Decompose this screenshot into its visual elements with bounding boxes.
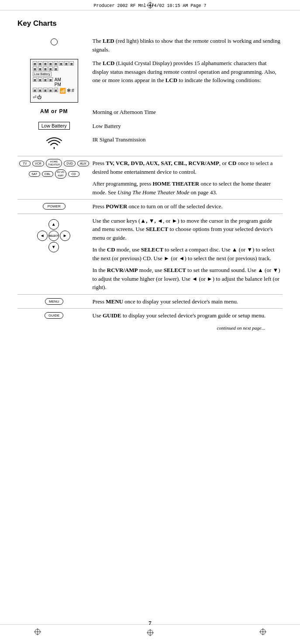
power-icon-cell: POWER — [17, 200, 91, 214]
led-row: The LED (red light) blinks to show that … — [17, 34, 283, 56]
crosshair-icon — [147, 2, 154, 9]
cursor-desc-1: Use the cursor keys (▲, ▼, ◄, or ►) to m… — [93, 217, 281, 242]
power-description: Press POWER once to turn on or off the s… — [91, 200, 283, 214]
guide-icon-cell: GUIDE — [17, 309, 91, 323]
ir-signal-svg — [46, 136, 62, 150]
menu-button[interactable]: MENU — [45, 298, 63, 305]
ir-icon-cell — [17, 133, 91, 156]
lcd-icon-cell: ▦ ▦ ▦ ▦ ▦ ▦ ▦ ▦ ▦ ▦ ▦ ▦ ▦ — [17, 56, 91, 105]
cursor-down-button[interactable]: ▼ — [48, 242, 59, 252]
dvd-button[interactable]: DVD — [64, 161, 76, 166]
device-buttons-group: TV VCR HOMETHEATER DVD AUX SAT CBL RCVRA… — [19, 159, 89, 179]
lcd-label: LCD — [103, 60, 114, 66]
home-theater-label: HOME THEATER — [152, 180, 199, 187]
menu-description: Press MENU once to display your selected… — [91, 294, 283, 309]
devices-desc-2: After programming, press HOME THEATER on… — [93, 179, 281, 196]
lowbattery-description: Low Battery — [91, 119, 283, 133]
home-theater-button[interactable]: HOMETHEATER — [46, 159, 62, 168]
sat-button[interactable]: SAT — [29, 171, 40, 177]
ampm-text: AM or PM — [40, 108, 68, 114]
page-number: 7 — [0, 615, 300, 631]
cursor-empty-1 — [37, 219, 48, 230]
guide-description: Use GUIDE to display your selected devic… — [91, 309, 283, 323]
cursor-keys-label: ▲, ▼, ◄ — [140, 217, 163, 224]
devices-desc-1: Press TV, VCR, DVD, AUX, SAT, CBL, RCVR/… — [93, 159, 281, 176]
select-label-3: SELECT — [164, 267, 186, 273]
cursor-right-button[interactable]: ► — [60, 231, 70, 241]
lcd-row: ▦ ▦ ▦ ▦ ▦ ▦ ▦ ▦ ▦ ▦ ▦ ▦ ▦ — [17, 56, 283, 105]
led-label: LED — [103, 38, 114, 44]
led-icon-cell — [17, 34, 91, 56]
wifi-ir-icon — [46, 136, 62, 153]
guide-button[interactable]: GUIDE — [45, 312, 63, 319]
cursor-description: Use the cursor keys (▲, ▼, ◄, or ►) to m… — [91, 214, 283, 294]
lcd-power-icon: ⏻ — [37, 95, 41, 100]
cursor-empty-2 — [60, 219, 70, 230]
devices-bold-labels: TV, VCR, DVD, AUX, SAT, CBL, RCVR/AMP — [106, 160, 219, 166]
lcd-row-2: ▦ ▦ ▦ ▦ ▦ Low Battery — [33, 66, 76, 76]
devices-icon-cell: TV VCR HOMETHEATER DVD AUX SAT CBL RCVRA… — [17, 156, 91, 200]
device-btn-row-1: TV VCR HOMETHEATER DVD AUX — [19, 159, 89, 168]
lcd-row-3: ▦ ▦ ▦ ▦ AMPM — [33, 77, 76, 87]
lcd-wifi-icon: 📶 — [59, 88, 66, 94]
lcd-asterisk-icon: ✻ — [67, 88, 71, 94]
page-header: Producer 2002 RF Mnl 4/4/02 10:15 AM Pag… — [0, 0, 300, 10]
cursor-empty-3 — [37, 242, 48, 252]
select-button[interactable]: SELECT — [48, 231, 59, 241]
rcvr-mode-label: RCVR/AMP — [107, 267, 138, 273]
menu-label: MENU — [106, 298, 123, 305]
cursor-desc-3: In the RCVR/AMP mode, use SELECT to set … — [93, 266, 281, 292]
guide-label: GUIDE — [103, 312, 121, 319]
lowbattery-icon-cell: Low Battery — [17, 119, 91, 133]
lcd-hash-icon: # — [72, 88, 74, 94]
power-label: POWER — [106, 203, 127, 210]
tv-button[interactable]: TV — [19, 161, 31, 166]
low-battery-lcd-badge: Low Battery — [33, 72, 52, 76]
lcd-row-1: ▦ ▦ ▦ ▦ ▦ ▦ ▦ ▦ — [33, 61, 76, 65]
cursor-left-button[interactable]: ◄ — [37, 231, 48, 241]
cd-mode-label: CD — [107, 246, 115, 253]
cd-button[interactable]: CD — [68, 171, 79, 177]
cbl-button[interactable]: CBL — [42, 171, 53, 177]
home-theater-ref: Using The Home Theater Mode — [117, 189, 190, 196]
page-title: Key Charts — [17, 19, 283, 28]
continued-text: continued on next page... — [17, 325, 283, 331]
aux-button[interactable]: AUX — [77, 161, 89, 166]
key-charts-table: The LED (red light) blinks to show that … — [17, 34, 283, 323]
device-btn-row-2: SAT CBL RCVRAMP CD — [29, 169, 79, 178]
cursor-desc-2: In the CD mode, use SELECT to select a c… — [93, 245, 281, 262]
low-battery-badge: Low Battery — [38, 122, 70, 130]
page-content: Key Charts The LED (red light) blinks to… — [0, 10, 300, 339]
menu-icon-cell: MENU — [17, 294, 91, 309]
menu-row: MENU Press MENU once to display your sel… — [17, 294, 283, 309]
ampm-description: Morning or Afternoon Time — [91, 105, 283, 119]
vcr-button[interactable]: VCR — [32, 161, 44, 166]
ampm-icon-cell: AM or PM — [17, 105, 91, 119]
lcd-description: The LCD (Liquid Crystal Display) provide… — [91, 56, 283, 105]
led-circle-icon — [51, 38, 58, 45]
ampm-row: AM or PM Morning or Afternoon Time — [17, 105, 283, 119]
lcd-return-icon: ⏎ — [33, 95, 36, 100]
bottom-center-crosshair-wrapper — [147, 629, 154, 638]
power-row: POWER Press POWER once to turn on or off… — [17, 200, 283, 214]
cursor-row: ▲ ◄ SELECT ► ▼ Use the cursor keys (▲, ▼… — [17, 214, 283, 294]
cursor-icon-cell: ▲ ◄ SELECT ► ▼ — [17, 214, 91, 294]
ir-row: IR Signal Transmission — [17, 133, 283, 156]
lcd-display-icon: ▦ ▦ ▦ ▦ ▦ ▦ ▦ ▦ ▦ ▦ ▦ ▦ ▦ — [30, 59, 78, 103]
lcd-label2: LCD — [166, 77, 177, 83]
cursor-up-button[interactable]: ▲ — [48, 219, 59, 230]
ir-description: IR Signal Transmission — [91, 133, 283, 156]
devices-description: Press TV, VCR, DVD, AUX, SAT, CBL, RCVR/… — [91, 156, 283, 200]
rcvr-amp-button[interactable]: RCVRAMP — [55, 169, 66, 178]
bottom-center-crosshair — [147, 629, 154, 636]
lowbattery-row: Low Battery Low Battery — [17, 119, 283, 133]
lcd-row-4: ▦ ▦ ▦ ▦ ▦ 📶 ✻ # ⏎ ⏻ — [33, 88, 76, 100]
cursor-right-label: ► — [172, 217, 177, 224]
lcd-ampm-icon: AMPM — [55, 77, 61, 87]
power-button[interactable]: POWER — [43, 203, 66, 210]
cursor-empty-4 — [60, 242, 70, 252]
cursor-cluster: ▲ ◄ SELECT ► ▼ — [37, 219, 71, 252]
devices-row: TV VCR HOMETHEATER DVD AUX SAT CBL RCVRA… — [17, 156, 283, 200]
cd-label: CD — [228, 160, 237, 166]
select-label-2: SELECT — [141, 246, 163, 253]
